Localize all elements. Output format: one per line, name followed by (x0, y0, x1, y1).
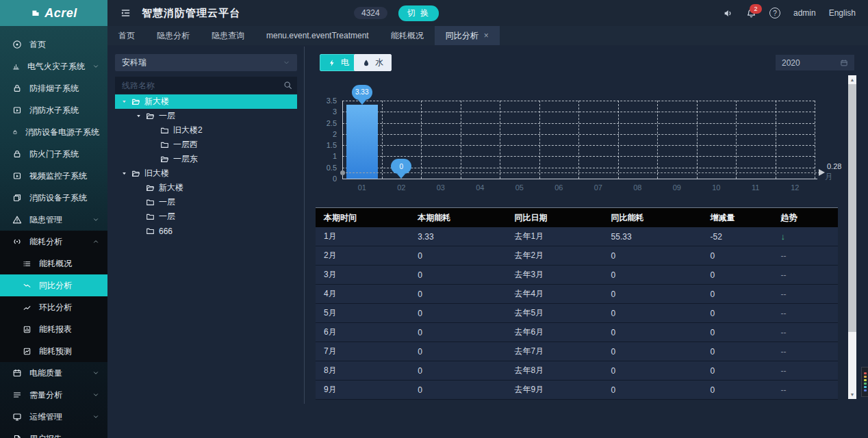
video-icon (12, 105, 22, 115)
folder-icon (131, 169, 140, 178)
table-row-6[interactable]: 7月0去年7月00-- (316, 342, 838, 361)
search-icon[interactable] (278, 77, 297, 94)
calendar-icon (840, 59, 848, 67)
chevup-icon (92, 238, 99, 245)
language-switch[interactable]: English (829, 8, 856, 18)
tab-5[interactable]: 同比分析× (435, 26, 500, 45)
chevron-down-icon (92, 370, 99, 376)
tree-node-1[interactable]: 一层 (115, 109, 297, 123)
volume-icon[interactable] (723, 8, 733, 18)
tree-node-4[interactable]: 一层东 (115, 152, 297, 166)
page-title: 智慧消防管理云平台 (142, 7, 240, 20)
monitor-icon (12, 412, 22, 422)
sidebar-item-12[interactable]: 运维管理 (0, 406, 107, 428)
table-row-4[interactable]: 5月0去年5月00-- (316, 304, 838, 323)
tree-caret-icon[interactable] (120, 99, 127, 105)
sidebar-item-4[interactable]: 消防设备电源子系统 (0, 121, 107, 143)
tab-4[interactable]: 能耗概况 (380, 26, 435, 45)
tab-close-icon[interactable]: × (484, 31, 489, 40)
sidebar-item-13[interactable]: 用户报告 (0, 428, 107, 438)
folder-icon (160, 126, 169, 135)
table-header-cell: 趋势 (773, 212, 838, 224)
app-header: Acrel 智慧消防管理云平台 4324 切 换 2 ? admin Engli… (0, 0, 868, 26)
sidebar-subitem-9-4[interactable]: 能耗预测 (0, 340, 107, 362)
tree-caret-icon[interactable] (135, 113, 142, 119)
tab-2[interactable]: 隐患查询 (201, 26, 255, 45)
gridline-v (382, 101, 383, 179)
list-icon (23, 259, 31, 268)
help-icon[interactable]: ? (769, 8, 780, 18)
y-axis-tick: 1 (314, 152, 337, 160)
table-row-0[interactable]: 1月3.33去年1月55.33-52↓ (316, 227, 838, 246)
sidebar-item-6[interactable]: 视频监控子系统 (0, 165, 107, 187)
table-row-3[interactable]: 4月0去年4月00-- (316, 285, 838, 304)
bell-icon[interactable]: 2 (746, 8, 756, 18)
table-cell: 3.33 (409, 232, 506, 242)
table-row-5[interactable]: 6月0去年6月00-- (316, 323, 838, 342)
table-cell: 去年2月 (506, 250, 602, 261)
switch-button[interactable]: 切 换 (398, 5, 439, 21)
x-axis-tick: 11 (752, 183, 759, 192)
y-axis (342, 101, 343, 179)
table-header-row: 本期时间本期能耗同比日期同比能耗增减量趋势 (316, 208, 838, 227)
table-cell: 5月 (316, 307, 409, 319)
y-axis-tick: 1.5 (314, 141, 337, 149)
sidebar-item-5[interactable]: 防火门子系统 (0, 143, 107, 165)
sidebar-item-1[interactable]: 电气火灾子系统 (0, 55, 107, 77)
trend-indicator: -- (781, 309, 787, 318)
toggle-water[interactable]: 水 (354, 54, 392, 71)
sidebar-item-7[interactable]: 消防设备子系统 (0, 187, 107, 209)
tree-node-0[interactable]: 新大楼 (115, 94, 297, 109)
x-axis-tick: 08 (633, 183, 641, 192)
tab-bar: 首页隐患分析隐患查询menu.event.eventTreatment能耗概况同… (107, 26, 868, 45)
sidebar-item-9[interactable]: 能耗分析 (0, 231, 107, 253)
chevdown-icon (92, 216, 99, 223)
sidebar-item-2[interactable]: 防排烟子系统 (0, 77, 107, 99)
scrollbar-up-arrow[interactable]: ▲ (848, 75, 856, 84)
tab-3[interactable]: menu.event.eventTreatment (255, 26, 380, 45)
table-row-8[interactable]: 9月0去年9月00-- (316, 381, 838, 400)
sidebar-item-3[interactable]: 消防水子系统 (0, 99, 107, 121)
tree-node-5[interactable]: 旧大楼 (115, 166, 297, 181)
tree-node-6[interactable]: 新大楼 (115, 181, 297, 195)
sidebar-subitem-9-1[interactable]: 同比分析 (0, 274, 107, 296)
y-axis-tick: 3.5 (314, 96, 337, 105)
year-picker[interactable]: 2020 (776, 55, 854, 70)
tab-0[interactable]: 首页 (107, 26, 146, 45)
sidebar-subitem-9-3[interactable]: 能耗报表 (0, 318, 107, 340)
table-row-2[interactable]: 3月0去年3月00-- (316, 266, 838, 285)
tree-node-8[interactable]: 一层 (115, 209, 297, 224)
sidebar-subitem-9-2[interactable]: 环比分析 (0, 296, 107, 318)
scrollbar-down-arrow[interactable]: ▼ (848, 390, 856, 399)
search-input[interactable] (115, 81, 278, 90)
table-row-1[interactable]: 2月0去年2月00-- (316, 246, 838, 266)
tree-caret-icon[interactable] (120, 170, 127, 177)
toggle-electric[interactable]: 电 (320, 54, 357, 71)
username[interactable]: admin (793, 8, 816, 18)
scrollbar-thumb[interactable] (848, 84, 856, 332)
tree-node-3[interactable]: 一层西 (115, 138, 297, 152)
table-row-7[interactable]: 8月0去年8月00-- (316, 361, 838, 381)
table-cell: 0 (702, 328, 773, 337)
report-icon (23, 325, 31, 334)
company-select[interactable]: 安科瑞 (115, 54, 297, 71)
chevron-down-icon (283, 59, 290, 66)
tab-1[interactable]: 隐患分析 (146, 26, 201, 45)
folder-icon (160, 155, 169, 164)
chevron-down-icon (92, 63, 99, 70)
sidebar-item-11[interactable]: 需量分析 (0, 384, 107, 406)
x-axis-tick: 10 (712, 183, 720, 192)
sidebar-subitem-9-0[interactable]: 能耗概况 (0, 253, 107, 274)
sidebar-item-8[interactable]: 隐患管理 (0, 209, 107, 231)
tree-node-2[interactable]: 旧大楼2 (115, 123, 297, 138)
acrel-logo: Acrel (0, 0, 107, 26)
panel-scrollbar[interactable]: ▲ ▼ (848, 75, 856, 399)
warning-icon (12, 215, 22, 224)
sidebar-item-10[interactable]: 电能质量 (0, 362, 107, 384)
menu-fold-icon[interactable] (120, 8, 131, 18)
tree-node-7[interactable]: 一层 (115, 195, 297, 209)
trend-indicator: -- (781, 289, 787, 299)
sidebar-item-0[interactable]: 首页 (0, 34, 107, 55)
x-axis-tick: 05 (515, 183, 524, 192)
tree-node-9[interactable]: 666 (115, 224, 297, 238)
